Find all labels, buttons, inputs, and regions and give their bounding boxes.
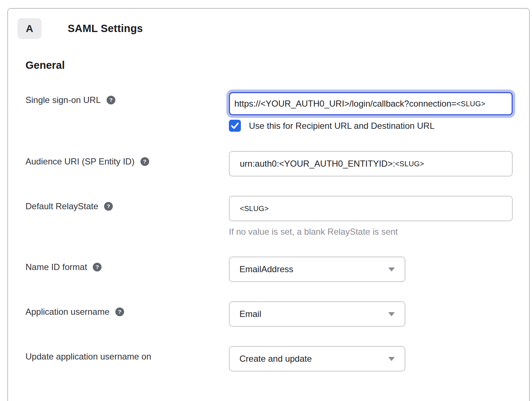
- row-single-sign-on-url: Single sign-on URL ? https://<YOUR_AUTH0…: [25, 90, 512, 132]
- application-username-select[interactable]: Email: [229, 301, 405, 327]
- recipient-url-checkbox-row: Use this for Recipient URL and Destinati…: [229, 120, 513, 132]
- default-relay-state-label: Default RelayState ?: [25, 196, 229, 211]
- update-application-username-value: Create and update: [239, 354, 312, 364]
- page-title: SAML Settings: [68, 23, 143, 35]
- help-icon[interactable]: ?: [115, 307, 124, 316]
- chevron-down-icon: [388, 357, 395, 361]
- help-icon[interactable]: ?: [140, 157, 149, 166]
- audience-uri-slug: <SLUG>: [395, 160, 424, 168]
- section-step-badge: A: [17, 18, 41, 39]
- recipient-url-checkbox[interactable]: [229, 120, 241, 132]
- saml-settings-card: A SAML Settings General Single sign-on U…: [7, 8, 530, 401]
- relay-state-helper-text: If no value is set, a blank RelayState i…: [229, 226, 513, 237]
- application-username-label: Application username ?: [25, 301, 229, 317]
- name-id-format-value: EmailAddress: [239, 264, 293, 274]
- audience-uri-value: urn:auth0:<YOUR_AUTH0_ENTITYID>:: [240, 159, 395, 169]
- recipient-url-checkbox-label[interactable]: Use this for Recipient URL and Destinati…: [249, 121, 434, 131]
- name-id-format-select[interactable]: EmailAddress: [229, 257, 405, 282]
- row-application-username: Application username ? Email: [25, 301, 512, 327]
- group-title-general: General: [25, 59, 512, 71]
- single-sign-on-url-label: Single sign-on URL ?: [25, 90, 229, 105]
- section-header: A SAML Settings: [17, 18, 512, 39]
- help-icon[interactable]: ?: [107, 96, 115, 104]
- check-icon: [231, 123, 239, 129]
- help-icon[interactable]: ?: [93, 263, 102, 271]
- default-relay-state-value: <SLUG>: [240, 205, 269, 213]
- chevron-down-icon: [388, 267, 395, 271]
- name-id-format-label: Name ID format ?: [25, 257, 229, 272]
- row-audience-uri: Audience URI (SP Entity ID) ? urn:auth0:…: [25, 151, 512, 176]
- audience-uri-label: Audience URI (SP Entity ID) ?: [25, 151, 229, 167]
- sso-url-slug: <SLUG>: [456, 100, 485, 108]
- row-name-id-format: Name ID format ? EmailAddress: [25, 257, 512, 282]
- help-icon[interactable]: ?: [104, 202, 113, 211]
- application-username-value: Email: [239, 309, 261, 319]
- row-default-relay-state: Default RelayState ? <SLUG> If no value …: [25, 196, 512, 237]
- row-update-application-username: Update application username on Create an…: [25, 346, 512, 372]
- update-application-username-label: Update application username on: [25, 346, 229, 362]
- single-sign-on-url-input[interactable]: https://<YOUR_AUTH0_URI>/login/callback?…: [229, 92, 513, 115]
- default-relay-state-input[interactable]: <SLUG>: [229, 196, 513, 221]
- audience-uri-input[interactable]: urn:auth0:<YOUR_AUTH0_ENTITYID>:<SLUG>: [229, 151, 513, 176]
- update-application-username-select[interactable]: Create and update: [229, 346, 405, 372]
- chevron-down-icon: [388, 312, 395, 316]
- sso-url-value: https://<YOUR_AUTH0_URI>/login/callback?…: [234, 99, 456, 109]
